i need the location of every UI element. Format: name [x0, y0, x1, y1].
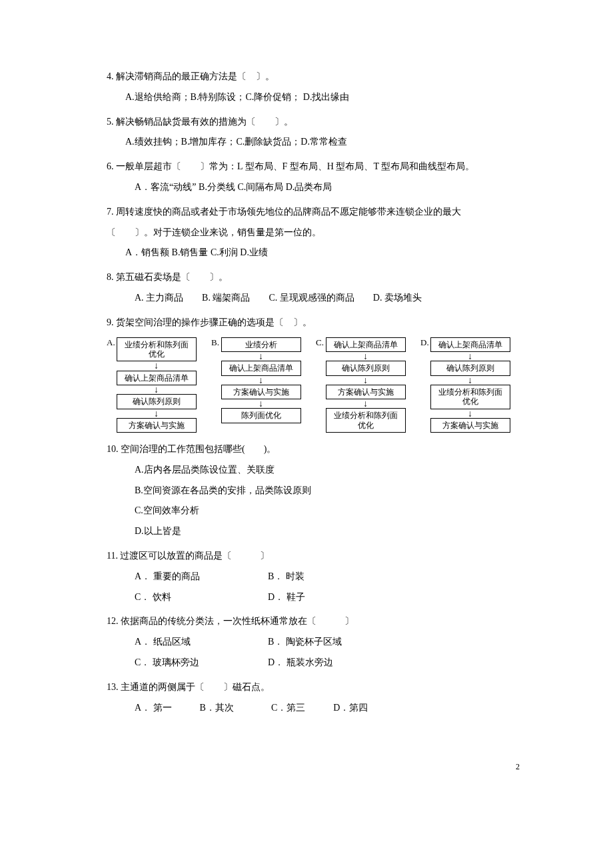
q9-d-step1: 确认上架商品清单	[430, 337, 510, 352]
q9-c-label: C.	[316, 337, 324, 348]
q7-stem-1: 7. 周转速度快的商品或者处于市场领先地位的品牌商品不愿定能够带来连锁企业的最大	[107, 202, 520, 223]
q12-row2: C． 玻璃杯旁边 D． 瓶装水旁边	[107, 653, 520, 673]
q11-opt-c: C． 饮料	[135, 587, 268, 608]
q7-stem-2: 〔 〕。对于连锁企业来说，销售量是第一位的。	[107, 223, 520, 243]
q11-stem: 11. 过渡区可以放置的商品是〔 〕	[107, 546, 520, 567]
arrow-down-icon: ↓	[154, 386, 159, 393]
q5-options: A.绩效挂钩；B.增加库存；C.删除缺货品；D.常常检查	[107, 132, 520, 153]
arrow-down-icon: ↓	[468, 377, 472, 384]
arrow-down-icon: ↓	[154, 410, 159, 417]
q9-b-step4: 陈列面优化	[221, 408, 301, 423]
arrow-down-icon: ↓	[363, 377, 368, 384]
question-8: 8. 第五磁石卖场是〔 〕。 A. 主力商品 B. 端架商品 C. 呈现观感强的…	[107, 267, 520, 309]
question-9: 9. 货架空间治理的操作步骤正确的选项是〔 〕。 A. 业绩分析和陈列面优化 ↓…	[107, 313, 520, 433]
q9-d-label: D.	[420, 337, 429, 348]
q9-flow-a: A. 业绩分析和陈列面优化 ↓ 确认上架商品清单 ↓ 确认陈列原则 ↓ 方案确认…	[107, 337, 206, 433]
q8-stem: 8. 第五磁石卖场是〔 〕。	[107, 267, 520, 288]
q12-stem: 12. 依据商品的传统分类法，一次性纸杯通常放在〔 〕	[107, 611, 520, 632]
q13-options: A． 第一 B．其次 C．第三 D．第四	[107, 698, 520, 719]
arrow-down-icon: ↓	[259, 353, 263, 360]
q9-b-label: B.	[211, 337, 219, 348]
question-13: 13. 主通道的两侧属于〔 〕磁石点。 A． 第一 B．其次 C．第三 D．第四	[107, 677, 520, 719]
q9-a-label: A.	[107, 337, 115, 348]
q10-opt-a: A.店内各层品类陈设位置、关联度	[107, 460, 520, 481]
q9-d-step3: 业绩分析和陈列面优化	[430, 385, 510, 409]
q8-options: A. 主力商品 B. 端架商品 C. 呈现观感强的商品 D. 卖场堆头	[107, 288, 520, 309]
page-number: 2	[107, 758, 520, 775]
q9-flowcharts: A. 业绩分析和陈列面优化 ↓ 确认上架商品清单 ↓ 确认陈列原则 ↓ 方案确认…	[107, 337, 520, 433]
q9-stem: 9. 货架空间治理的操作步骤正确的选项是〔 〕。	[107, 313, 520, 333]
q9-b-step3: 方案确认与实施	[221, 385, 301, 399]
q9-b-step1: 业绩分析	[221, 337, 301, 352]
q9-a-step4: 方案确认与实施	[117, 418, 197, 433]
q9-flow-c: C. 确认上架商品清单 ↓ 确认陈列原则 ↓ 方案确认与实施 ↓ 业绩分析和陈列…	[316, 337, 415, 433]
q9-c-step2: 确认陈列原则	[326, 361, 406, 375]
q9-b-step2: 确认上架商品清单	[221, 361, 301, 375]
question-11: 11. 过渡区可以放置的商品是〔 〕 A． 重要的商品 B． 时装 C． 饮料 …	[107, 546, 520, 607]
q12-opt-b: B． 陶瓷杯子区域	[268, 632, 342, 653]
q12-opt-d: D． 瓶装水旁边	[268, 653, 333, 673]
arrow-down-icon: ↓	[468, 353, 472, 360]
q9-d-step2: 确认陈列原则	[430, 361, 510, 375]
q4-options: A.退给供给商；B.特别陈设；C.降价促销； D.找出缘由	[107, 87, 520, 108]
question-6: 6. 一般单层超市〔 〕常为：L 型布局、F 型布局、H 型布局、T 型布局和曲…	[107, 157, 520, 198]
q11-row1: A． 重要的商品 B． 时装	[107, 567, 520, 587]
q10-opt-c: C.空间效率分析	[107, 501, 520, 521]
q12-row1: A． 纸品区域 B． 陶瓷杯子区域	[107, 632, 520, 653]
q9-a-step1: 业绩分析和陈列面优化	[117, 337, 197, 362]
q9-c-step3: 方案确认与实施	[326, 385, 406, 399]
question-7: 7. 周转速度快的商品或者处于市场领先地位的品牌商品不愿定能够带来连锁企业的最大…	[107, 202, 520, 263]
q9-c-step1: 确认上架商品清单	[326, 337, 406, 352]
arrow-down-icon: ↓	[259, 377, 263, 384]
q11-opt-b: B． 时装	[268, 567, 305, 587]
q9-a-step3: 确认陈列原则	[117, 394, 197, 409]
q12-opt-a: A． 纸品区域	[135, 632, 268, 653]
q6-options: A．客流“动线” B.分类线 C.间隔布局 D.品类布局	[107, 177, 520, 198]
question-4: 4. 解决滞销商品的最正确方法是〔 〕。 A.退给供给商；B.特别陈设；C.降价…	[107, 67, 520, 108]
question-10: 10. 空间治理的工作范围包括哪些( )。 A.店内各层品类陈设位置、关联度 B…	[107, 439, 520, 542]
q4-stem: 4. 解决滞销商品的最正确方法是〔 〕。	[107, 67, 520, 87]
arrow-down-icon: ↓	[363, 400, 368, 407]
q9-c-step4: 业绩分析和陈列面优化	[326, 408, 406, 433]
q10-opt-d: D.以上皆是	[107, 521, 520, 542]
q10-opt-b: B.空间资源在各品类的安排，品类陈设原则	[107, 481, 520, 501]
arrow-down-icon: ↓	[259, 400, 263, 407]
question-12: 12. 依据商品的传统分类法，一次性纸杯通常放在〔 〕 A． 纸品区域 B． 陶…	[107, 611, 520, 673]
arrow-down-icon: ↓	[363, 353, 368, 360]
q9-flow-b: B. 业绩分析 ↓ 确认上架商品清单 ↓ 方案确认与实施 ↓ 陈列面优化	[211, 337, 310, 433]
q13-stem: 13. 主通道的两侧属于〔 〕磁石点。	[107, 677, 520, 698]
q10-stem: 10. 空间治理的工作范围包括哪些( )。	[107, 439, 520, 460]
arrow-down-icon: ↓	[468, 410, 472, 417]
q11-row2: C． 饮料 D． 鞋子	[107, 587, 520, 608]
question-5: 5. 解决畅销品缺货最有效的措施为〔 〕。 A.绩效挂钩；B.增加库存；C.删除…	[107, 112, 520, 153]
q12-opt-c: C． 玻璃杯旁边	[135, 653, 268, 673]
q11-opt-d: D． 鞋子	[268, 587, 305, 608]
q5-stem: 5. 解决畅销品缺货最有效的措施为〔 〕。	[107, 112, 520, 133]
q11-opt-a: A． 重要的商品	[135, 567, 268, 587]
q9-a-step2: 确认上架商品清单	[117, 371, 197, 385]
q7-options: A．销售额 B.销售量 C.利润 D.业绩	[107, 243, 520, 263]
q9-d-step4: 方案确认与实施	[430, 418, 510, 433]
q9-flow-d: D. 确认上架商品清单 ↓ 确认陈列原则 ↓ 业绩分析和陈列面优化 ↓ 方案确认…	[420, 337, 520, 433]
arrow-down-icon: ↓	[154, 362, 159, 369]
q6-stem: 6. 一般单层超市〔 〕常为：L 型布局、F 型布局、H 型布局、T 型布局和曲…	[107, 157, 520, 177]
